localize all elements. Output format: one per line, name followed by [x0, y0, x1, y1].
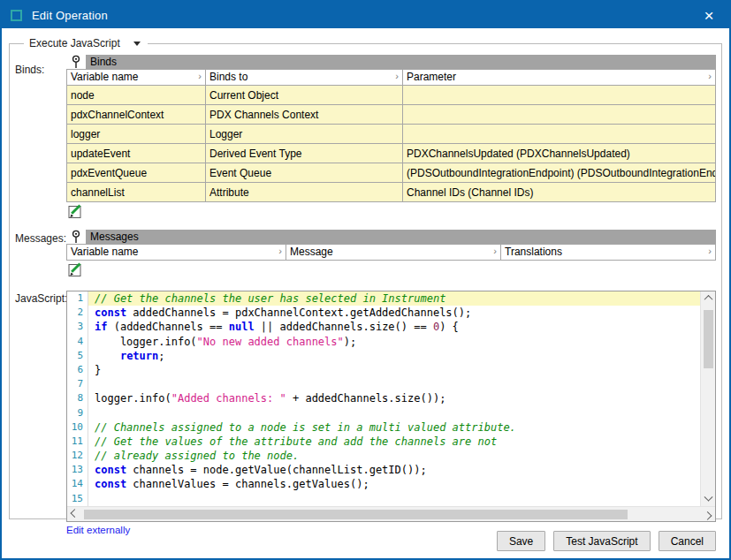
operation-type-dropdown[interactable]: Execute JavaScript — [24, 37, 148, 49]
code-line[interactable]: 4 logger.info("No new added channels"); — [67, 335, 700, 349]
edit-messages-button[interactable] — [67, 262, 83, 278]
scroll-right-icon[interactable] — [700, 508, 715, 521]
column-header-variable-name[interactable]: Variable name› — [67, 245, 286, 261]
table-cell[interactable]: channelList — [67, 183, 206, 202]
column-header-variable-name[interactable]: Variable name› — [67, 70, 206, 86]
titlebar: Edit Operation × — [2, 2, 729, 28]
code-text: // already assigned to the node. — [88, 449, 700, 463]
table-row[interactable]: nodeCurrent Object — [67, 86, 716, 105]
table-cell[interactable] — [403, 125, 716, 144]
column-header-message[interactable]: Message› — [286, 245, 501, 261]
javascript-label: JavaScript: — [15, 291, 66, 305]
messages-header-bar: Messages — [66, 230, 716, 244]
table-cell[interactable]: pdxEventQueue — [67, 163, 206, 183]
table-cell[interactable]: updateEvent — [67, 144, 206, 163]
code-line[interactable]: 6} — [67, 363, 700, 377]
table-cell[interactable] — [403, 105, 716, 125]
table-row[interactable]: pdxEventQueueEvent Queue(PDSOutboundInte… — [67, 163, 716, 183]
binds-label: Binds: — [15, 55, 66, 76]
table-cell[interactable]: node — [67, 86, 206, 105]
close-icon[interactable]: × — [699, 5, 719, 25]
code-line[interactable]: 8logger.info("Added channels: " + addedC… — [67, 391, 700, 405]
table-row[interactable]: updateEventDerived Event TypePDXChannels… — [67, 144, 716, 163]
table-cell[interactable]: Event Queue — [206, 163, 403, 183]
horizontal-scrollbar-thumb[interactable] — [84, 510, 628, 519]
edit-externally-link[interactable]: Edit externally — [66, 525, 130, 535]
javascript-section: JavaScript: 1// Get the channels the use… — [15, 291, 716, 522]
code-text: if (addedChannels == null || addedChanne… — [88, 320, 700, 334]
code-text: } — [88, 363, 700, 377]
code-area[interactable]: 1// Get the channels the user has select… — [67, 291, 700, 506]
messages-label: Messages: — [15, 230, 66, 245]
code-line[interactable]: 15 — [67, 492, 700, 506]
sort-chevron-icon: › — [708, 71, 712, 81]
sort-chevron-icon: › — [493, 246, 497, 256]
code-line[interactable]: 10// Channels assigned to a node is set … — [67, 420, 700, 435]
column-header-translations[interactable]: Translations› — [501, 245, 716, 261]
table-cell[interactable]: (PDSOutboundIntegrationEndpoint) (PDSOut… — [403, 163, 716, 183]
table-cell[interactable]: Attribute — [206, 183, 403, 202]
table-cell[interactable]: pdxChannelContext — [67, 105, 206, 125]
javascript-editor: 1// Get the channels the user has select… — [66, 291, 716, 522]
line-number: 13 — [67, 463, 88, 477]
table-row[interactable]: loggerLogger — [67, 125, 716, 144]
code-line[interactable]: 1// Get the channels the user has select… — [67, 291, 700, 306]
code-line[interactable]: 3if (addedChannels == null || addedChann… — [67, 320, 700, 334]
scroll-down-icon[interactable] — [701, 493, 716, 506]
table-cell[interactable]: Channel IDs (Channel IDs) — [403, 183, 716, 202]
window-title: Edit Operation — [32, 9, 108, 22]
line-number: 1 — [67, 291, 88, 306]
code-line[interactable]: 13const channels = node.getValue(channel… — [67, 463, 700, 477]
edit-operation-dialog: Edit Operation × Execute JavaScript Bind… — [0, 0, 731, 560]
code-text — [88, 377, 700, 391]
pin-icon[interactable] — [66, 55, 86, 69]
table-cell[interactable]: Derived Event Type — [206, 144, 403, 163]
line-number: 6 — [67, 363, 88, 377]
line-number: 3 — [67, 320, 88, 334]
code-line[interactable]: 14const channelValues = channels.getValu… — [67, 477, 700, 491]
binds-table-header-row: Variable name› Binds to› Parameter› — [67, 70, 716, 86]
table-cell[interactable] — [403, 86, 716, 105]
scroll-up-icon[interactable] — [701, 291, 716, 305]
messages-table: Variable name› Message› Translations› — [66, 244, 716, 261]
line-number: 11 — [67, 435, 88, 449]
table-row[interactable]: channelListAttributeChannel IDs (Channel… — [67, 183, 716, 202]
dialog-content: Execute JavaScript Binds: — [2, 28, 729, 551]
messages-table-header-row: Variable name› Message› Translations› — [67, 245, 716, 261]
line-number: 14 — [67, 477, 88, 491]
code-text: const channelValues = channels.getValues… — [88, 477, 700, 491]
vertical-scrollbar[interactable] — [700, 291, 715, 506]
code-text: const addedChannels = pdxChannelContext.… — [88, 306, 700, 320]
line-number: 7 — [67, 377, 88, 391]
sort-chevron-icon: › — [278, 246, 282, 256]
save-button[interactable]: Save — [497, 531, 545, 551]
code-line[interactable]: 2const addedChannels = pdxChannelContext… — [67, 306, 700, 320]
test-javascript-button[interactable]: Test JavaScript — [553, 531, 650, 551]
table-cell[interactable]: logger — [67, 125, 206, 144]
table-row[interactable]: pdxChannelContextPDX Channels Context — [67, 105, 716, 125]
column-header-parameter[interactable]: Parameter› — [403, 70, 716, 86]
vertical-scrollbar-thumb[interactable] — [704, 310, 713, 368]
pin-icon[interactable] — [66, 230, 86, 244]
column-header-binds-to[interactable]: Binds to› — [206, 70, 403, 86]
table-cell[interactable]: PDXChannelsUpdated (PDXChannelsUpdated) — [403, 144, 716, 163]
code-line[interactable]: 7 — [67, 377, 700, 391]
code-line[interactable]: 12// already assigned to the node. — [67, 449, 700, 463]
cancel-button[interactable]: Cancel — [659, 531, 716, 551]
code-text: // Channels assigned to a node is set in… — [88, 420, 700, 435]
edit-binds-button[interactable] — [67, 204, 83, 220]
horizontal-scrollbar[interactable] — [67, 506, 715, 521]
code-line[interactable]: 9 — [67, 406, 700, 420]
code-text: logger.info("Added channels: " + addedCh… — [88, 391, 700, 405]
code-line[interactable]: 5 return; — [67, 349, 700, 363]
line-number: 5 — [67, 349, 88, 363]
table-cell[interactable]: Logger — [206, 125, 403, 144]
code-text: const channels = node.getValue(channelLi… — [88, 463, 700, 477]
binds-panel: Binds Variable name› Binds to› Parameter… — [66, 55, 716, 220]
table-cell[interactable]: Current Object — [206, 86, 403, 105]
table-cell[interactable]: PDX Channels Context — [206, 105, 403, 125]
messages-panel: Messages Variable name› Message› Transla… — [66, 230, 716, 278]
code-line[interactable]: 11// Get the values of the attribute and… — [67, 435, 700, 449]
line-number: 9 — [67, 406, 88, 420]
scroll-left-icon[interactable] — [67, 508, 82, 521]
